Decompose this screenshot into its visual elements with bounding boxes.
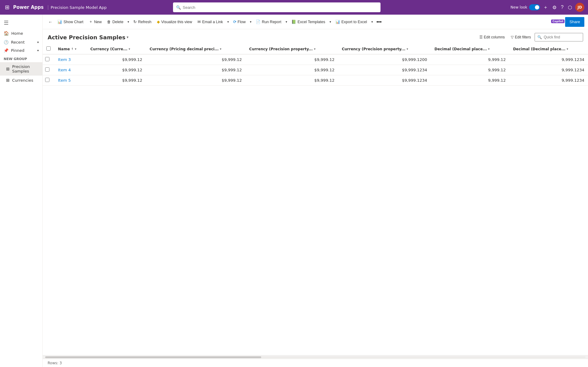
excel-templates-button[interactable]: 📗 Excel Templates [289, 17, 328, 27]
row-col5-2: 9,999.12 [431, 75, 510, 86]
row-checkbox-1[interactable] [45, 67, 49, 72]
flow-dropdown-button[interactable]: ▾ [249, 17, 253, 27]
row-col2-1: $9,999.12 [146, 65, 245, 75]
flow-button[interactable]: ⟳ Flow [231, 17, 248, 27]
home-icon: 🏠 [4, 31, 9, 36]
col-header-currency2[interactable]: Currency (Pricing decimal preci... ▾ [146, 44, 245, 54]
search-input[interactable] [183, 5, 377, 10]
export-dropdown-button[interactable]: ▾ [370, 17, 374, 27]
col-decimal2-label: Decimal (Decimal place... [513, 47, 565, 51]
copilot-badge: Copilot [551, 20, 565, 23]
recent-icon: 🕐 [4, 40, 9, 45]
row-checkbox-2[interactable] [45, 78, 49, 82]
new-look-label: New look [510, 5, 527, 9]
view-title-dropdown-icon[interactable]: ▾ [127, 35, 128, 39]
horizontal-scrollbar[interactable] [43, 355, 588, 359]
export-to-excel-button[interactable]: 📊 Export to Excel [333, 17, 370, 27]
email-icon: ✉ [197, 20, 201, 24]
content-area: ← 📊 Show Chart ＋ New 🗑 Delete ▾ ↻ Refres… [43, 15, 588, 367]
more-button[interactable]: ••• [375, 17, 384, 27]
delete-dropdown-button[interactable]: ▾ [126, 17, 130, 27]
back-button[interactable]: ← [46, 17, 54, 27]
header-checkbox-cell [43, 44, 54, 54]
email-link-dropdown-button[interactable]: ▾ [226, 17, 230, 27]
ring-icon-button[interactable]: ⬡ [567, 3, 573, 12]
settings-button[interactable]: ⚙ [551, 3, 558, 12]
sidebar: ☰ 🏠 Home 🕐 Recent ▾ 📌 Pinned ▾ New Group… [0, 15, 43, 367]
scroll-thumb[interactable] [45, 356, 261, 358]
add-button[interactable]: ＋ [542, 3, 549, 12]
nav-actions: New look ＋ ⚙ ? ⬡ JD [510, 3, 584, 12]
brand-area: Power Apps Precision Sample Model App [13, 5, 107, 10]
sidebar-item-home[interactable]: 🏠 Home [0, 28, 42, 38]
col-header-name[interactable]: Name ↑ ▾ [54, 44, 87, 54]
quick-find-input[interactable] [544, 35, 580, 39]
sidebar-recent-expand[interactable]: 🕐 Recent ▾ [0, 38, 42, 46]
refresh-label: Refresh [138, 20, 151, 24]
share-button[interactable]: Share [565, 17, 584, 27]
edit-filters-button[interactable]: ▽ Edit filters [508, 33, 533, 41]
sidebar-precision-samples-label: Precision Samples [12, 64, 39, 73]
add-icon: ＋ [543, 4, 548, 11]
edit-columns-button[interactable]: ☰ Edit columns [477, 33, 507, 41]
col-header-decimal1[interactable]: Decimal (Decimal place... ▾ [431, 44, 510, 54]
new-button[interactable]: ＋ New [86, 17, 104, 27]
export-icon: 📊 [335, 20, 340, 24]
recent-chevron-icon: ▾ [37, 41, 39, 44]
run-report-dropdown-button[interactable]: ▾ [284, 17, 288, 27]
row-checkbox-cell [43, 65, 54, 75]
col-header-currency4[interactable]: Currency (Precision property... ▾ [338, 44, 431, 54]
app-grid-button[interactable]: ⊞ [4, 3, 11, 12]
view-actions: ☰ Edit columns ▽ Edit filters 🔍 [477, 33, 583, 41]
refresh-button[interactable]: ↻ Refresh [131, 17, 154, 27]
col-decimal2-filter-icon[interactable]: ▾ [567, 47, 568, 51]
edit-columns-icon: ☰ [479, 35, 483, 39]
table-header-row: Name ↑ ▾ Currency (Curre... ▾ [43, 44, 588, 54]
new-look-toggle: New look [510, 4, 540, 10]
visualize-button[interactable]: ◆ Visualize this view [154, 17, 194, 27]
sort-up-icon: ↑ [71, 47, 74, 51]
refresh-icon: ↻ [133, 20, 137, 24]
col-currency3-label: Currency (Precision property... [249, 47, 313, 51]
new-label: New [94, 20, 102, 24]
col-currency3-filter-icon[interactable]: ▾ [314, 47, 316, 51]
show-chart-button[interactable]: 📊 Show Chart [55, 17, 86, 27]
sidebar-item-precision-samples[interactable]: ⊞ Precision Samples [0, 62, 42, 76]
col-decimal1-filter-icon[interactable]: ▾ [488, 47, 490, 51]
scroll-track [45, 356, 586, 358]
col-currency2-filter-icon[interactable]: ▾ [220, 47, 222, 51]
avatar[interactable]: JD [575, 3, 584, 12]
search-box[interactable]: 🔍 [173, 2, 381, 12]
top-navigation: ⊞ Power Apps Precision Sample Model App … [0, 0, 588, 15]
view-title-area: Active Precision Samples ▾ [48, 34, 128, 41]
col-header-decimal2[interactable]: Decimal (Decimal place... ▾ [509, 44, 588, 54]
flow-label: Flow [238, 20, 246, 24]
excel-templates-dropdown-button[interactable]: ▾ [328, 17, 332, 27]
run-report-button[interactable]: 📄 Run Report [253, 17, 284, 27]
col-currency1-filter-icon[interactable]: ▾ [128, 47, 130, 51]
filter-icon: ▽ [511, 35, 514, 39]
quick-find-container[interactable]: 🔍 [535, 33, 583, 41]
new-look-toggle-pill[interactable] [529, 4, 540, 10]
col-header-currency3[interactable]: Currency (Precision property... ▾ [246, 44, 338, 54]
rows-count-label: Rows: 3 [48, 361, 62, 365]
excel-templates-label: Excel Templates [298, 20, 325, 24]
help-button[interactable]: ? [560, 3, 565, 11]
email-link-button[interactable]: ✉ Email a Link [195, 17, 225, 27]
col-header-currency1[interactable]: Currency (Curre... ▾ [87, 44, 146, 54]
col-currency4-filter-icon[interactable]: ▾ [407, 47, 408, 51]
col-name-filter-icon[interactable]: ▾ [75, 47, 76, 51]
sidebar-pinned-expand[interactable]: 📌 Pinned ▾ [0, 46, 42, 55]
delete-label: Delete [112, 20, 123, 24]
menu-icon[interactable]: ☰ [0, 17, 42, 28]
row-name-2[interactable]: Item 5 [54, 75, 87, 86]
row-name-1[interactable]: Item 4 [54, 65, 87, 75]
header-checkbox[interactable] [46, 46, 51, 51]
row-name-0[interactable]: Item 3 [54, 54, 87, 65]
delete-button[interactable]: 🗑 Delete [105, 17, 126, 27]
sidebar-group-label: New Group [0, 55, 42, 62]
chart-icon: 📊 [57, 20, 62, 24]
row-checkbox-0[interactable] [45, 57, 49, 61]
sidebar-item-currencies[interactable]: ⊞ Currencies [0, 76, 42, 85]
app-grid-icon: ⊞ [5, 4, 9, 11]
